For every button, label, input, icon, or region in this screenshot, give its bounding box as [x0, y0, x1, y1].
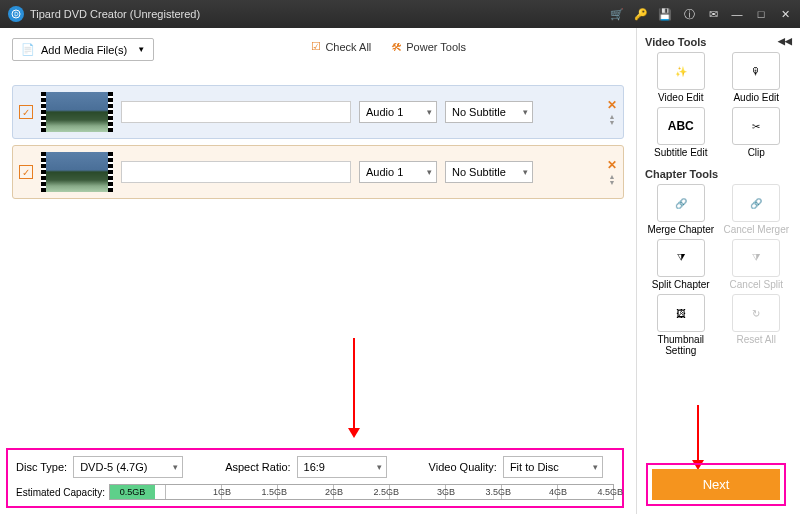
annotation-arrow: [692, 405, 704, 470]
subtitle-edit-button[interactable]: ABCSubtitle Edit: [645, 107, 717, 158]
titlebar: Tipard DVD Creator (Unregistered) 🛒 🔑 💾 …: [0, 0, 800, 28]
merge-chapter-button[interactable]: 🔗Merge Chapter: [645, 184, 717, 235]
microphone-icon: 🎙: [751, 66, 761, 77]
item-checkbox[interactable]: ✓: [19, 165, 33, 179]
power-tools-label: Power Tools: [406, 41, 466, 53]
disc-type-label: Disc Type:: [16, 461, 67, 473]
checkbox-icon: ☑: [311, 40, 321, 53]
audio-select[interactable]: Audio 1: [359, 101, 437, 123]
add-media-button[interactable]: 📄 Add Media File(s) ▼: [12, 38, 154, 61]
collapse-icon[interactable]: ◀◀: [778, 36, 792, 48]
audio-select[interactable]: Audio 1: [359, 161, 437, 183]
chapter-tools-title: Chapter Tools: [645, 168, 718, 180]
reorder-buttons[interactable]: ▲▼: [609, 114, 616, 126]
clip-button[interactable]: ✂Clip: [721, 107, 793, 158]
thumbnail-setting-button[interactable]: 🖼Thumbnail Setting: [645, 294, 717, 356]
minimize-icon[interactable]: —: [730, 7, 744, 21]
check-all-label: Check All: [325, 41, 371, 53]
scissors-icon: ✂: [752, 121, 760, 132]
media-item[interactable]: ✓ Audio 1 No Subtitle ✕ ▲▼: [12, 85, 624, 139]
audio-edit-button[interactable]: 🎙Audio Edit: [721, 52, 793, 103]
delete-icon[interactable]: ✕: [607, 158, 617, 172]
capacity-bar: 0.5GB 1GB 1.5GB 2GB 2.5GB 3GB 3.5GB 4GB …: [109, 484, 614, 500]
power-tools-button[interactable]: 🛠 Power Tools: [391, 40, 466, 53]
split-icon: ⧩: [677, 252, 685, 264]
app-title: Tipard DVD Creator (Unregistered): [30, 8, 200, 20]
capacity-label: Estimated Capacity:: [16, 487, 105, 498]
disc-type-select[interactable]: DVD-5 (4.7G): [73, 456, 183, 478]
subtitle-select[interactable]: No Subtitle: [445, 161, 533, 183]
message-icon[interactable]: ✉: [706, 7, 720, 21]
wand-icon: ✨: [675, 66, 687, 77]
item-checkbox[interactable]: ✓: [19, 105, 33, 119]
subtitle-select[interactable]: No Subtitle: [445, 101, 533, 123]
tools-icon: 🛠: [391, 41, 402, 53]
svg-point-0: [12, 10, 20, 18]
cart-icon[interactable]: 🛒: [610, 7, 624, 21]
delete-icon[interactable]: ✕: [607, 98, 617, 112]
title-input[interactable]: [121, 101, 351, 123]
next-button[interactable]: Next: [652, 469, 780, 500]
video-quality-label: Video Quality:: [429, 461, 497, 473]
link-icon: 🔗: [675, 198, 687, 209]
annotation-arrow: [348, 338, 360, 438]
aspect-ratio-select[interactable]: 16:9: [297, 456, 387, 478]
reset-icon: ↻: [752, 308, 760, 319]
reset-all-button: ↻Reset All: [721, 294, 793, 356]
video-thumbnail: [41, 92, 113, 132]
split-chapter-button[interactable]: ⧩Split Chapter: [645, 239, 717, 290]
video-edit-button[interactable]: ✨Video Edit: [645, 52, 717, 103]
key-icon[interactable]: 🔑: [634, 7, 648, 21]
title-input[interactable]: [121, 161, 351, 183]
unlink-icon: 🔗: [750, 198, 762, 209]
reorder-buttons[interactable]: ▲▼: [609, 174, 616, 186]
save-icon[interactable]: 💾: [658, 7, 672, 21]
sidebar: Video Tools◀◀ ✨Video Edit 🎙Audio Edit AB…: [636, 28, 800, 514]
add-media-label: Add Media File(s): [41, 44, 127, 56]
close-icon[interactable]: ✕: [778, 7, 792, 21]
add-file-icon: 📄: [21, 43, 35, 56]
info-icon[interactable]: ⓘ: [682, 7, 696, 21]
cancel-split-button: ⧩Cancel Split: [721, 239, 793, 290]
image-icon: 🖼: [676, 308, 686, 319]
burn-settings-panel: Disc Type: DVD-5 (4.7G) Aspect Ratio: 16…: [6, 448, 624, 508]
abc-icon: ABC: [668, 119, 694, 133]
check-all-button[interactable]: ☑ Check All: [311, 40, 371, 53]
video-tools-title: Video Tools: [645, 36, 706, 48]
aspect-ratio-label: Aspect Ratio:: [225, 461, 290, 473]
cancel-merger-button: 🔗Cancel Merger: [721, 184, 793, 235]
app-logo-icon: [8, 6, 24, 22]
next-highlight: Next: [646, 463, 786, 506]
video-quality-select[interactable]: Fit to Disc: [503, 456, 603, 478]
video-thumbnail: [41, 152, 113, 192]
maximize-icon[interactable]: □: [754, 7, 768, 21]
chevron-down-icon: ▼: [137, 45, 145, 54]
unsplit-icon: ⧩: [752, 252, 760, 264]
media-item[interactable]: ✓ Audio 1 No Subtitle ✕ ▲▼: [12, 145, 624, 199]
